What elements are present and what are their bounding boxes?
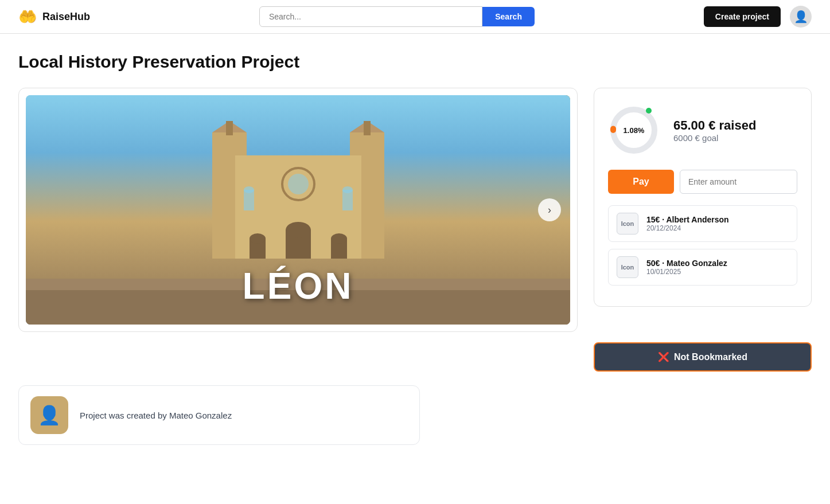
donor-item: Icon 50€ · Mateo Gonzalez 10/01/2025: [608, 249, 797, 286]
create-project-button[interactable]: Create project: [704, 6, 781, 27]
image-next-button[interactable]: ›: [538, 198, 561, 221]
svg-point-18: [244, 186, 254, 193]
donor-date: 20/12/2024: [646, 224, 729, 232]
search-area: Search: [259, 6, 535, 27]
search-input[interactable]: [259, 6, 482, 27]
donut-percentage: 1.08%: [624, 126, 645, 135]
donor-date: 10/01/2025: [646, 268, 727, 276]
navbar: 🤲 RaiseHub Search Create project 👤: [0, 0, 830, 34]
fundraising-header: 1.08% 65.00 € raised 6000 € goal: [608, 104, 797, 156]
amount-input[interactable]: [680, 170, 797, 194]
pay-row: Pay: [608, 170, 797, 194]
page-title: Local History Preservation Project: [18, 52, 812, 72]
nav-right: Create project 👤: [704, 6, 812, 28]
donor-name: 15€ · Albert Anderson: [646, 215, 729, 224]
main-content: Local History Preservation Project: [0, 34, 830, 445]
chevron-right-icon: ›: [548, 204, 551, 216]
svg-rect-4: [226, 121, 233, 135]
image-card: LÉON ›: [18, 88, 578, 332]
creator-text: Project was created by Mateo Gonzalez: [80, 411, 232, 420]
pay-button[interactable]: Pay: [608, 170, 674, 194]
raised-amount: 65.00 € raised: [673, 118, 797, 133]
donor-item: Icon 15€ · Albert Anderson 20/12/2024: [608, 205, 797, 242]
bookmark-label: Not Bookmarked: [674, 352, 747, 362]
bookmark-button[interactable]: ❌ Not Bookmarked: [594, 342, 812, 372]
goal-text: 6000 € goal: [673, 133, 797, 143]
logo-text: RaiseHub: [42, 11, 90, 23]
creator-section: 👤 Project was created by Mateo Gonzalez: [18, 385, 420, 445]
svg-point-16: [331, 233, 347, 244]
donor-name: 50€ · Mateo Gonzalez: [646, 259, 727, 268]
logo[interactable]: 🤲 RaiseHub: [18, 8, 90, 26]
raised-info: 65.00 € raised 6000 € goal: [673, 118, 797, 143]
svg-point-10: [288, 174, 309, 194]
svg-point-14: [250, 233, 266, 244]
donor-icon: Icon: [617, 213, 638, 235]
project-layout: LÉON › 1.08%: [18, 88, 812, 332]
bookmark-x-icon: ❌: [658, 351, 669, 362]
active-indicator: [646, 108, 652, 114]
donut-chart: 1.08%: [608, 104, 660, 156]
donors-list: Icon 15€ · Albert Anderson 20/12/2024 Ic…: [608, 205, 797, 286]
svg-point-12: [286, 222, 311, 238]
svg-point-20: [342, 186, 353, 193]
search-button[interactable]: Search: [482, 7, 535, 26]
creator-avatar: 👤: [30, 396, 68, 434]
city-label: LÉON: [243, 265, 354, 307]
donor-icon: Icon: [617, 256, 638, 278]
donor-details: 15€ · Albert Anderson 20/12/2024: [646, 215, 729, 232]
donor-details: 50€ · Mateo Gonzalez 10/01/2025: [646, 259, 727, 276]
user-avatar[interactable]: 👤: [790, 6, 812, 28]
fundraising-card: 1.08% 65.00 € raised 6000 € goal Pay Ico…: [594, 88, 812, 307]
logo-icon: 🤲: [18, 8, 37, 26]
project-image: LÉON ›: [26, 95, 570, 325]
svg-rect-7: [364, 121, 371, 135]
image-bg: LÉON: [26, 95, 570, 325]
